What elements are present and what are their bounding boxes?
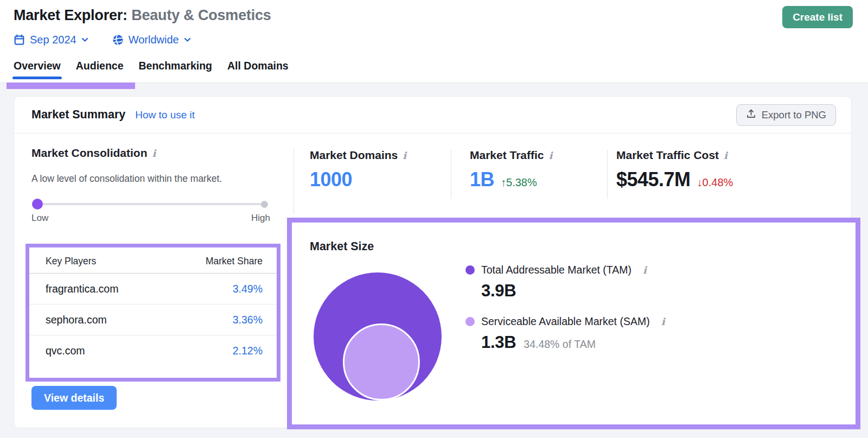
market-summary-card: Market Summary How to use it Export to P… — [14, 96, 852, 428]
consolidation-slider — [32, 199, 268, 210]
key-player-domain: fragrantica.com — [46, 283, 118, 295]
slider-end-dot — [261, 201, 268, 208]
metric-value: 1B — [470, 168, 494, 191]
slider-high-label: High — [251, 213, 270, 224]
page-title: Market Explorer: Beauty & Cosmetics — [14, 7, 271, 24]
info-icon[interactable]: i — [403, 150, 406, 161]
market-consolidation-title-text: Market Consolidation — [31, 147, 148, 160]
key-player-domain: qvc.com — [46, 345, 85, 357]
slider-low-label: Low — [31, 213, 48, 224]
info-icon[interactable]: i — [661, 316, 665, 327]
page-title-primary: Market Explorer: — [14, 7, 127, 23]
info-icon[interactable]: i — [643, 264, 647, 276]
tab-benchmarking[interactable]: Benchmarking — [139, 60, 212, 79]
upload-icon — [746, 109, 756, 122]
key-player-share[interactable]: 3.36% — [233, 314, 263, 326]
metric-value: $545.7M — [616, 168, 691, 191]
tab-all-domains[interactable]: All Domains — [227, 60, 289, 79]
globe-icon — [112, 34, 124, 46]
metric-change-down: ↓0.48% — [697, 176, 733, 189]
metric-value: 1000 — [310, 168, 352, 191]
region-selector[interactable]: Worldwide — [112, 34, 191, 46]
divider — [293, 148, 294, 214]
card-header: Market Summary How to use it Export to P… — [14, 97, 851, 134]
card-title: Market Summary — [31, 108, 125, 122]
annotation-highlight-market-size: Market Size Total Addressable Market (TA… — [287, 218, 860, 429]
metric-market-traffic: Market Traffic i 1B ↑5.38% — [470, 149, 552, 191]
slider-handle[interactable] — [32, 199, 43, 210]
page-title-secondary: Beauty & Cosmetics — [131, 7, 271, 23]
how-to-use-link[interactable]: How to use it — [135, 109, 195, 121]
metric-label-text: Market Traffic — [470, 149, 544, 162]
column-header-key-players: Key Players — [46, 256, 96, 267]
key-player-share[interactable]: 2.12% — [233, 345, 263, 357]
export-to-png-label: Export to PNG — [762, 109, 826, 121]
tab-audience[interactable]: Audience — [76, 60, 124, 79]
tam-value: 3.9B — [481, 281, 516, 301]
market-consolidation-description: A low level of consolidation within the … — [31, 173, 222, 185]
metric-label-text: Market Domains — [310, 149, 398, 162]
metric-change-up: ↑5.38% — [501, 176, 537, 189]
tam-label: Total Addressable Market (TAM) — [481, 264, 631, 276]
chevron-down-icon — [81, 37, 88, 42]
chevron-down-icon — [184, 37, 191, 42]
view-details-button[interactable]: View details — [31, 386, 117, 410]
market-size-legend: Total Addressable Market (TAM) i 3.9B Se… — [465, 264, 813, 352]
legend-item-sam: Serviceable Available Market (SAM) i 1.3… — [465, 315, 813, 352]
metric-label: Market Domains i — [310, 149, 406, 162]
date-selector[interactable]: Sep 2024 — [14, 34, 88, 46]
market-size-title: Market Size — [310, 240, 374, 253]
table-row: fragrantica.com 3.49% — [29, 274, 277, 304]
page-header: Market Explorer: Beauty & Cosmetics Crea… — [0, 0, 868, 83]
key-player-domain: sephora.com — [46, 314, 107, 326]
annotation-highlight-tabs — [7, 82, 135, 89]
filter-bar: Sep 2024 Worldwide — [14, 34, 191, 46]
region-selector-label: Worldwide — [129, 34, 179, 46]
tab-bar: Overview Audience Benchmarking All Domai… — [14, 60, 289, 79]
table-row: qvc.com 2.12% — [29, 335, 277, 366]
metric-label: Market Traffic i — [470, 149, 552, 162]
annotation-highlight-key-players: Key Players Market Share fragrantica.com… — [25, 244, 280, 382]
metric-market-traffic-cost: Market Traffic Cost i $545.7M ↓0.48% — [616, 149, 733, 191]
create-list-button[interactable]: Create list — [782, 6, 853, 28]
tam-legend-dot — [465, 265, 475, 275]
market-consolidation-title: Market Consolidation i — [31, 147, 156, 160]
slider-track — [32, 203, 268, 205]
info-icon[interactable]: i — [724, 150, 727, 161]
divider — [451, 150, 451, 199]
key-player-share[interactable]: 3.49% — [233, 283, 263, 295]
table-row: sephora.com 3.36% — [29, 304, 277, 335]
key-players-table-header: Key Players Market Share — [29, 247, 277, 274]
key-players-table: Key Players Market Share fragrantica.com… — [29, 247, 277, 366]
sam-value: 1.3B — [481, 333, 516, 352]
date-selector-label: Sep 2024 — [30, 34, 76, 46]
divider — [607, 150, 608, 199]
info-icon[interactable]: i — [152, 148, 156, 159]
sam-percent-of-tam: 34.48% of TAM — [524, 338, 596, 351]
info-icon[interactable]: i — [549, 150, 553, 161]
sam-label: Serviceable Available Market (SAM) — [481, 315, 650, 328]
metric-label-text: Market Traffic Cost — [616, 149, 719, 162]
sam-circle — [343, 323, 420, 401]
tab-overview[interactable]: Overview — [14, 60, 61, 79]
metric-market-domains: Market Domains i 1000 — [310, 149, 406, 191]
legend-item-tam: Total Addressable Market (TAM) i 3.9B — [465, 264, 813, 301]
sam-legend-dot — [465, 317, 475, 326]
export-to-png-button[interactable]: Export to PNG — [736, 104, 836, 126]
metric-label: Market Traffic Cost i — [616, 149, 733, 162]
calendar-icon — [14, 34, 25, 46]
column-header-market-share: Market Share — [206, 256, 263, 267]
